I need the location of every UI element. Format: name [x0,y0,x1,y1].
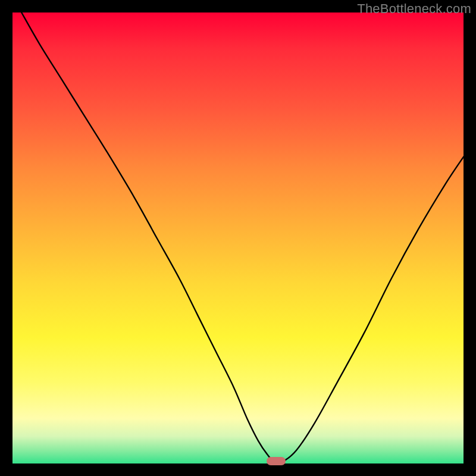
bottleneck-minimum-marker [267,457,286,465]
plot-area [12,12,464,464]
chart-frame: TheBottleneck.com [0,0,476,476]
bottleneck-curve [12,12,464,464]
watermark-text: TheBottleneck.com [357,1,471,17]
